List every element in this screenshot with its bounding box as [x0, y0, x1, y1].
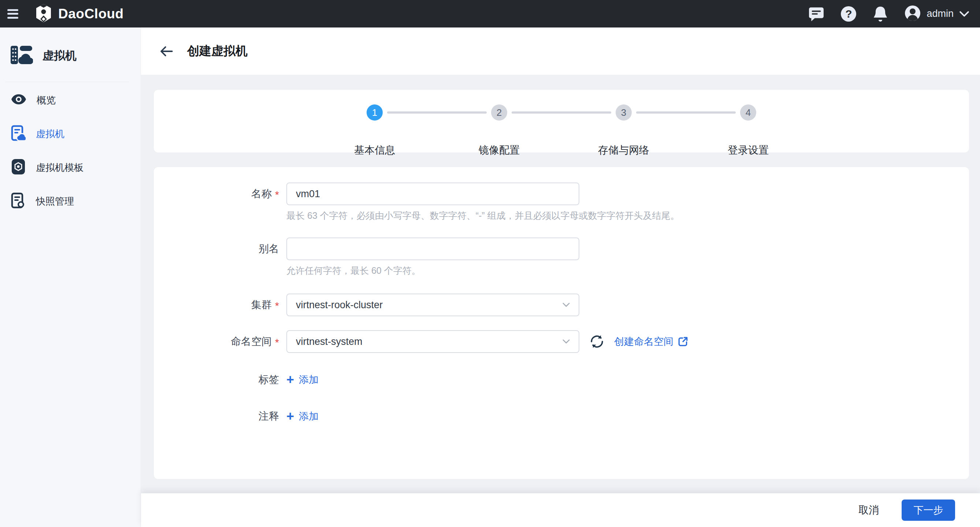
- labels-row: 标签 + 添加: [154, 372, 969, 387]
- step-connector: [512, 112, 611, 113]
- sidebar-item-snapshots[interactable]: 快照管理: [0, 184, 141, 218]
- chevron-down-icon: [563, 303, 570, 307]
- step-image-config[interactable]: 2 镜像配置: [491, 104, 507, 152]
- alias-label-wrap: 别名: [154, 238, 279, 260]
- cluster-select-value: virtnest-rook-cluster: [296, 299, 383, 311]
- brand-name: DaoCloud: [58, 6, 124, 22]
- bell-icon[interactable]: [873, 6, 888, 22]
- step-label: 镜像配置: [479, 143, 520, 157]
- alias-input[interactable]: [286, 238, 579, 260]
- sidebar-section-header: 虚拟机: [10, 45, 76, 66]
- topbar: DaoCloud ? admin: [0, 0, 980, 27]
- basic-info-form: 名称 * 最长 63 个字符，必须由小写字母、数字字符、“-” 组成，并且必须以…: [154, 167, 969, 479]
- eye-icon: [11, 94, 26, 106]
- add-annotation-button[interactable]: + 添加: [286, 409, 318, 424]
- plus-icon: +: [286, 373, 294, 386]
- cluster-label: 集群: [251, 298, 272, 312]
- namespace-row: 命名空间 * virtnest-system 创建命名空间: [154, 330, 969, 353]
- name-label-wrap: 名称 *: [154, 182, 279, 205]
- chevron-down-icon: [959, 11, 969, 17]
- help-icon[interactable]: ?: [841, 6, 856, 22]
- username: admin: [926, 8, 954, 19]
- step-label: 存储与网络: [598, 143, 649, 157]
- vm-cloud-icon: [10, 45, 33, 66]
- step-connector: [387, 112, 487, 113]
- daocloud-logo-icon: [35, 4, 52, 24]
- step-label: 登录设置: [728, 143, 769, 157]
- cluster-row: 集群 * virtnest-rook-cluster: [154, 294, 969, 316]
- create-namespace-label: 创建命名空间: [614, 335, 673, 348]
- step-connector: [636, 112, 736, 113]
- namespace-select-value: virtnest-system: [296, 336, 363, 347]
- sidebar-item-label: 虚拟机模板: [36, 161, 83, 174]
- alias-help-text: 允许任何字符，最长 60 个字符。: [286, 265, 969, 277]
- next-step-button[interactable]: 下一步: [902, 500, 955, 521]
- step-storage-network[interactable]: 3 存储与网络: [616, 104, 632, 152]
- add-annotation-text: 添加: [299, 410, 318, 423]
- cancel-button[interactable]: 取消: [856, 503, 881, 517]
- vm-template-icon: [11, 159, 25, 176]
- vm-doc-icon: [11, 125, 25, 142]
- name-input[interactable]: [286, 182, 579, 205]
- annotations-row: 注释 + 添加: [154, 409, 969, 424]
- step-basic-info[interactable]: 1 基本信息: [367, 104, 383, 152]
- sidebar-item-label: 概览: [37, 94, 56, 107]
- name-help-text: 最长 63 个字符，必须由小写字母、数字字符、“-” 组成，并且必须以字母或数字…: [286, 210, 969, 222]
- plus-icon: +: [286, 410, 294, 423]
- sidebar-nav: 概览 虚拟机 虚拟机模板: [0, 83, 141, 218]
- topbar-actions: ? admin: [808, 5, 969, 23]
- user-menu[interactable]: admin: [905, 5, 969, 23]
- snapshot-icon: [11, 192, 25, 210]
- sidebar-item-label: 快照管理: [36, 195, 74, 208]
- sidebar: 虚拟机 概览 虚拟机: [0, 27, 141, 527]
- required-mark: *: [275, 300, 279, 312]
- namespace-select[interactable]: virtnest-system: [286, 330, 579, 353]
- refresh-icon[interactable]: [589, 330, 605, 353]
- add-label-text: 添加: [299, 373, 318, 386]
- sidebar-item-overview[interactable]: 概览: [0, 83, 141, 117]
- required-mark: *: [275, 189, 279, 201]
- annotations-label: 注释: [259, 409, 279, 423]
- annotations-label-wrap: 注释: [154, 409, 279, 424]
- chevron-down-icon: [563, 339, 570, 344]
- menu-icon[interactable]: [7, 9, 18, 19]
- sidebar-item-vm-template[interactable]: 虚拟机模板: [0, 151, 141, 184]
- cluster-label-wrap: 集群 *: [154, 294, 279, 316]
- sidebar-divider: [5, 82, 129, 82]
- chat-icon[interactable]: [808, 6, 824, 21]
- add-label-button[interactable]: + 添加: [286, 372, 318, 387]
- sidebar-section-title: 虚拟机: [43, 48, 76, 64]
- step-number: 1: [367, 104, 383, 121]
- brand: DaoCloud: [35, 4, 124, 24]
- cluster-select[interactable]: virtnest-rook-cluster: [286, 294, 579, 316]
- step-number: 4: [740, 104, 756, 121]
- avatar: [905, 5, 921, 23]
- sidebar-item-vm[interactable]: 虚拟机: [0, 117, 141, 151]
- back-arrow-icon[interactable]: [160, 46, 173, 57]
- alias-row: 别名: [154, 238, 969, 260]
- labels-label: 标签: [259, 373, 279, 386]
- namespace-label: 命名空间: [231, 335, 272, 348]
- name-label: 名称: [251, 187, 272, 201]
- step-label: 基本信息: [354, 143, 395, 157]
- labels-label-wrap: 标签: [154, 372, 279, 387]
- name-row: 名称 *: [154, 182, 969, 205]
- alias-label: 别名: [259, 242, 279, 256]
- stepper-card: 1 基本信息 2 镜像配置 3 存储与网络 4 登录设置: [154, 90, 969, 152]
- sidebar-item-label: 虚拟机: [36, 128, 64, 141]
- required-mark: *: [275, 337, 279, 348]
- step-number: 2: [491, 104, 507, 121]
- step-login-settings[interactable]: 4 登录设置: [740, 104, 756, 152]
- wizard-footer: 取消 下一步: [141, 493, 980, 527]
- page-header: 创建虚拟机: [141, 27, 980, 75]
- create-namespace-link[interactable]: 创建命名空间: [614, 330, 688, 353]
- external-link-icon: [678, 337, 688, 347]
- namespace-label-wrap: 命名空间 *: [154, 330, 279, 353]
- step-number: 3: [616, 104, 632, 121]
- page-title: 创建虚拟机: [187, 43, 248, 59]
